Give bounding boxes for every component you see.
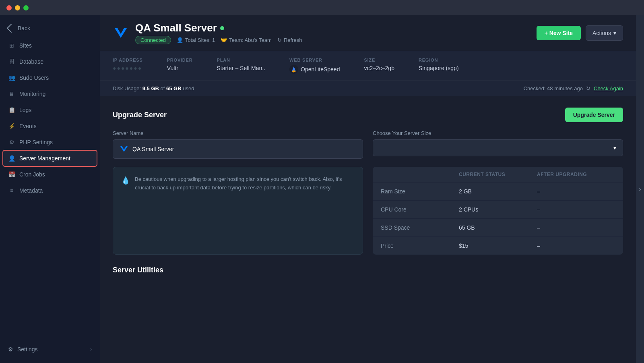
- check-again-link[interactable]: Check Again: [594, 85, 623, 91]
- server-header: QA Small Server Connected 👤 Total Sites:…: [100, 15, 636, 51]
- app-container: Back ⊞ Sites 🗄 Database 👥 Sudo Users 🖥 M…: [0, 15, 644, 363]
- server-name-display: QA Small Server: [113, 139, 363, 159]
- metadata-icon: ≡: [8, 187, 15, 194]
- web-server-col: WEB SERVER OpenLiteSpeed: [289, 58, 340, 74]
- plan-col: PLAN Starter – Self Man..: [217, 58, 266, 71]
- section-header-row: Upgrade Server Upgrade Server: [113, 108, 623, 122]
- sidebar-item-server-management[interactable]: 👤 Server Management: [3, 151, 97, 166]
- sidebar-label-server-mgmt: Server Management: [19, 155, 70, 162]
- web-server-value: OpenLiteSpeed: [289, 65, 340, 74]
- team-meta-icon: 🤝: [221, 37, 227, 43]
- upgrade-server-button[interactable]: Upgrade Server: [565, 108, 623, 122]
- cpu-label: CPU Core: [381, 206, 459, 213]
- sidebar-item-cron-jobs[interactable]: 📅 Cron Jobs: [0, 167, 100, 182]
- right-panel-collapse[interactable]: ›: [636, 15, 644, 363]
- sidebar-label-monitoring: Monitoring: [19, 91, 45, 97]
- table-row: Ram Size 2 GB –: [373, 183, 623, 201]
- status-table-header: Current Status After Upgrading: [373, 167, 623, 183]
- price-label: Price: [381, 243, 459, 249]
- svg-marker-4: [120, 146, 128, 152]
- sidebar-item-events[interactable]: ⚡ Events: [0, 118, 100, 134]
- size-value: vc2–2c–2gb: [364, 65, 394, 71]
- server-meta: Connected 👤 Total Sites: 1 🤝 Team: Abu's…: [135, 36, 302, 44]
- server-size-field-label: Choose Your Server Size: [373, 130, 623, 136]
- close-button[interactable]: [6, 5, 12, 10]
- cpu-after: –: [537, 206, 615, 213]
- sidebar-label-settings: Settings: [17, 346, 38, 353]
- server-mgmt-icon: 👤: [8, 155, 15, 162]
- sidebar-label-events: Events: [19, 123, 37, 129]
- refresh-small-icon: ↻: [586, 85, 590, 91]
- sidebar-label-logs: Logs: [19, 107, 31, 113]
- settings-icon: ⚙: [8, 346, 13, 353]
- sidebar-item-monitoring[interactable]: 🖥 Monitoring: [0, 86, 100, 102]
- events-icon: ⚡: [8, 122, 15, 130]
- new-site-button[interactable]: + New Site: [537, 26, 581, 40]
- upgrade-form-row: Server Name QA Small Server Choose Your …: [113, 130, 623, 159]
- ram-after: –: [537, 188, 615, 195]
- region-value: Singapore (sgp): [419, 65, 459, 71]
- sidebar-label-cron: Cron Jobs: [19, 171, 45, 178]
- sidebar-item-sudo-users[interactable]: 👥 Sudo Users: [0, 70, 100, 85]
- table-row: CPU Core 2 CPUs –: [373, 201, 623, 219]
- chevron-down-icon: ▾: [613, 30, 616, 36]
- vultr-logo: [113, 25, 129, 41]
- plan-value: Starter – Self Man..: [217, 65, 266, 71]
- server-info-bar: IP ADDRESS ●●●●●●● PROVIDER Vultr PLAN S…: [100, 51, 636, 80]
- ssd-after: –: [537, 224, 615, 231]
- minimize-button[interactable]: [15, 5, 20, 10]
- header-left: QA Small Server Connected 👤 Total Sites:…: [113, 22, 302, 44]
- cron-icon: 📅: [8, 171, 15, 178]
- check-again-section: Checked: 48 minutes ago ↻ Check Again: [524, 85, 623, 91]
- ram-size-label: Ram Size: [381, 188, 459, 195]
- info-icon: 💧: [121, 176, 130, 185]
- database-icon: 🗄: [8, 58, 15, 65]
- actions-button[interactable]: Actions ▾: [586, 25, 623, 41]
- disk-usage-section: Disk Usage: 9.5 GB of 65 GB used Checked…: [100, 80, 636, 96]
- sidebar-item-logs[interactable]: 📋 Logs: [0, 102, 100, 118]
- price-after: –: [537, 243, 615, 249]
- refresh-icon: ↻: [277, 37, 282, 43]
- back-label: Back: [18, 25, 30, 31]
- connected-badge: Connected: [135, 36, 171, 44]
- ip-address-col: IP ADDRESS ●●●●●●●: [113, 58, 143, 71]
- sidebar: Back ⊞ Sites 🗄 Database 👥 Sudo Users 🖥 M…: [0, 15, 100, 363]
- sidebar-item-settings[interactable]: ⚙ Settings ›: [0, 342, 100, 357]
- server-name-field: Server Name QA Small Server: [113, 130, 363, 159]
- maximize-button[interactable]: [23, 5, 29, 10]
- svg-marker-0: [115, 28, 127, 38]
- sidebar-nav: ⊞ Sites 🗄 Database 👥 Sudo Users 🖥 Monito…: [0, 38, 100, 198]
- ram-current: 2 GB: [459, 188, 537, 195]
- region-col: REGION Singapore (sgp): [419, 58, 459, 71]
- sidebar-item-sites[interactable]: ⊞ Sites: [0, 38, 100, 53]
- server-title-block: QA Small Server Connected 👤 Total Sites:…: [135, 22, 302, 44]
- provider-col: PROVIDER Vultr: [167, 58, 193, 71]
- sidebar-label-sudo-users: Sudo Users: [19, 75, 49, 81]
- bottom-grid: 💧 Be cautious when upgrading to a larger…: [113, 167, 623, 255]
- server-name-heading: QA Small Server: [135, 22, 302, 34]
- server-utilities-section: Server Utilities: [113, 266, 623, 274]
- sites-icon: ⊞: [8, 42, 15, 49]
- current-status-header: Current Status: [459, 172, 537, 177]
- ssd-current: 65 GB: [459, 224, 537, 231]
- refresh-button[interactable]: ↻ Refresh: [277, 37, 302, 43]
- server-size-select[interactable]: ▾: [373, 139, 623, 156]
- table-row: Price $15 –: [373, 237, 623, 255]
- sidebar-item-database[interactable]: 🗄 Database: [0, 54, 100, 69]
- warning-box: 💧 Be cautious when upgrading to a larger…: [113, 167, 363, 255]
- warning-text: Be cautious when upgrading to a larger h…: [135, 175, 355, 192]
- ip-value: ●●●●●●●: [113, 65, 143, 71]
- sidebar-item-php-settings[interactable]: ⚙ PHP Settings: [0, 135, 100, 150]
- ssd-label: SSD Space: [381, 224, 459, 231]
- back-button[interactable]: Back: [0, 22, 100, 38]
- window-chrome: [0, 0, 644, 15]
- server-utilities-title: Server Utilities: [113, 266, 623, 274]
- sidebar-label-metadata: Metadata: [19, 187, 43, 194]
- upgrade-server-title: Upgrade Server: [113, 111, 167, 119]
- vultr-small-icon: [120, 145, 128, 153]
- openlitespeed-icon: [289, 65, 298, 74]
- total-sites-meta: 👤 Total Sites: 1: [177, 37, 215, 43]
- logs-icon: 📋: [8, 106, 15, 114]
- sidebar-item-metadata[interactable]: ≡ Metadata: [0, 183, 100, 198]
- chevron-left-icon: [7, 24, 16, 33]
